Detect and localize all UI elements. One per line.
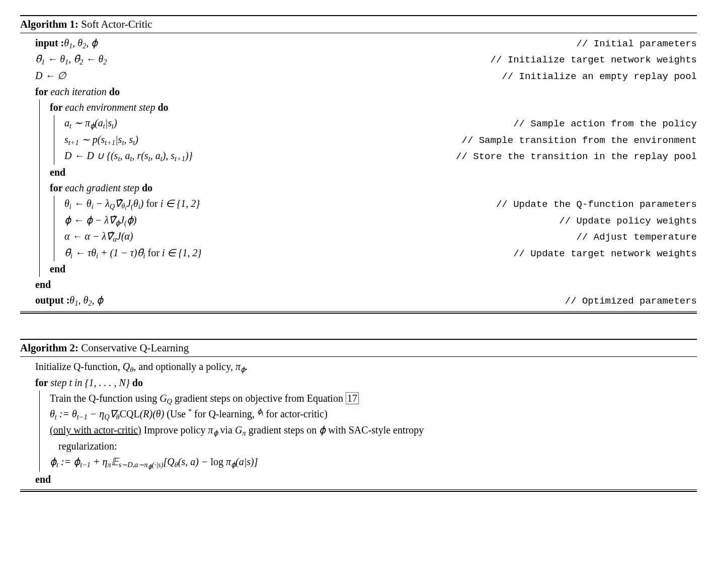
comment: // Update policy weights [549,214,697,229]
comment: // Optimized parameters [555,294,697,309]
algorithm-1: Algorithm 1: Soft Actor-Critic input :θ1… [20,15,697,314]
loop-body: at ∼ πϕ(at|st) // Sample action from the… [54,115,697,164]
equation-ref[interactable]: 17 [346,392,359,404]
rule [20,313,697,314]
algo-line: for each gradient step do [50,180,697,196]
comment: // Store the transition in the replay po… [446,150,697,164]
algo-line: end [50,261,697,277]
algo-line: input :θ1, θ2, ϕ // Initial parameters [35,35,697,51]
algo-line: st+1 ∼ p(st+1|st, st) // Sample transiti… [64,132,697,148]
algo-line: Train the Q-function using GQ gradient s… [50,391,697,407]
algo-line: ϕt := ϕt−1 + ηπ𝔼s∼D,a∼πϕ(·|s)[Qθ(s, a) −… [50,454,697,472]
algo-line: end [35,277,697,292]
loop-body: Train the Q-function using GQ gradient s… [39,391,697,472]
algo-line: end [35,472,697,487]
algo-line: θi ← θi − λQ∇̂θiJ(θi) for i ∈ {1, 2} // … [64,196,697,212]
algo-line: (only with actor-critic) Improve policy … [50,422,697,438]
algorithm-2: Algorithm 2: Conservative Q-Learning Ini… [20,339,697,492]
input-keyword: input : [35,37,64,48]
algo-line: for step t in {1, . . . , N} do [35,375,697,391]
algorithm-2-title: Algorithm 2: Conservative Q-Learning [20,340,697,356]
algo-line: θt := θt−1 − ηQ∇θCQL(R)(θ) (Use * for Q-… [50,406,697,422]
output-keyword: output : [35,295,69,306]
rule [20,311,697,312]
algo-line: at ∼ πϕ(at|st) // Sample action from the… [64,115,697,131]
algo-line: for each iteration do [35,84,697,100]
comment: // Update the Q-function parameters [486,197,697,212]
algo-line: D ← D ∪ {(st, at, r(st, at), st+1)} // S… [64,148,697,164]
algo-number: Algorithm 2: [20,342,78,354]
algo-line: Initialize Q-function, Qθ, and optionall… [35,359,697,375]
comment: // Initialize target network weights [481,53,697,67]
comment: // Sample action from the policy [503,117,697,131]
algo-line: end [50,165,697,180]
algorithm-2-body: Initialize Q-function, Qθ, and optionall… [20,357,697,489]
algo-name: Soft Actor-Critic [78,18,152,30]
rule [20,489,697,490]
comment: // Update target network weights [503,247,697,261]
algo-line: regularization: [50,438,697,454]
algorithm-1-title: Algorithm 1: Soft Actor-Critic [20,16,697,33]
algo-line: for each environment step do [50,100,697,115]
algo-line: α ← α − λ∇̂αJ(α) // Adjust temperature [64,229,697,245]
comment: // Sample transition from the environmen… [452,133,697,148]
comment: // Initialize an empty replay pool [492,69,697,84]
comment: // Initial parameters [567,37,697,51]
algo-line: θ̄i ← τθi + (1 − τ)θ̄i for i ∈ {1, 2} //… [64,245,697,261]
algo-line: D ← ∅ // Initialize an empty replay pool [35,68,697,84]
algo-line: ϕ ← ϕ − λ∇̂ϕJ(ϕ) // Update policy weight… [64,212,697,229]
comment: // Adjust temperature [567,230,697,245]
loop-body: θi ← θi − λQ∇̂θiJ(θi) for i ∈ {1, 2} // … [54,196,697,262]
algo-line: output :θ1, θ2, ϕ // Optimized parameter… [35,292,697,309]
loop-body: for each environment step do at ∼ πϕ(at|… [39,100,697,277]
rule [20,491,697,492]
algo-name: Conservative Q-Learning [78,342,189,354]
algo-line: θ̄1 ← θ1, θ̄2 ← θ2 // Initialize target … [35,51,697,67]
algorithm-1-body: input :θ1, θ2, ϕ // Initial parameters θ… [20,33,697,311]
algo-number: Algorithm 1: [20,18,78,30]
